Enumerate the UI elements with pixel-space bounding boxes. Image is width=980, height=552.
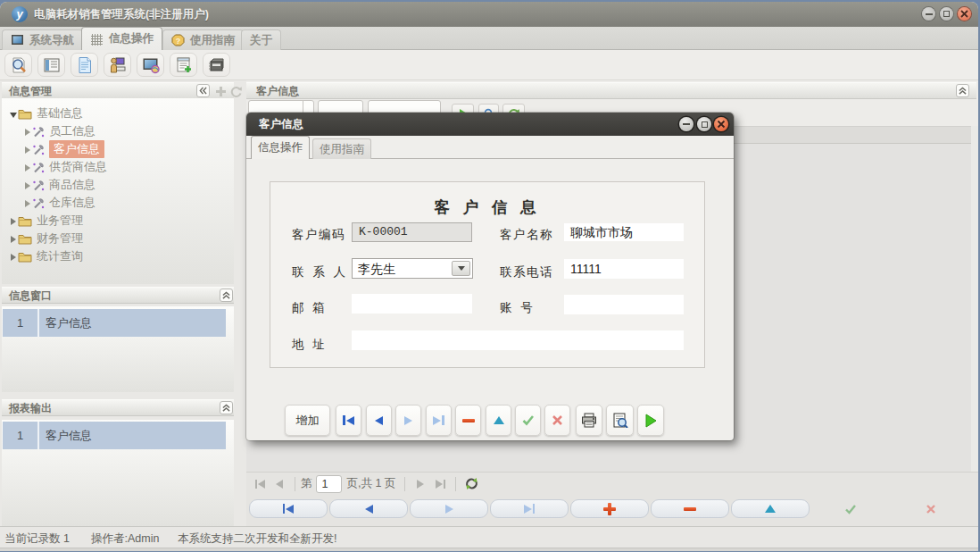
status-operator: 操作者:Admin <box>91 531 159 547</box>
status-message: 本系统支持二次开发和全新开发! <box>178 531 336 547</box>
record-first-button[interactable] <box>249 499 328 518</box>
contact-phone-field[interactable]: 11111 <box>564 259 684 279</box>
check-icon <box>844 504 857 514</box>
add-button[interactable]: 增加 <box>285 405 330 436</box>
tree-item-warehouse-info[interactable]: 仓库信息 <box>2 194 234 212</box>
tab-user-guide[interactable]: ? 使用指南 <box>162 29 244 50</box>
dialog-run-button[interactable] <box>637 405 664 436</box>
dialog-up-button[interactable] <box>486 405 511 436</box>
record-previous-button[interactable] <box>329 499 408 518</box>
record-confirm-button[interactable] <box>811 499 890 518</box>
tab-system-navigation[interactable]: 系统导航 <box>2 29 83 50</box>
toolbar-form-button[interactable] <box>37 53 65 77</box>
folder-icon <box>18 251 32 263</box>
dialog-minimize-button[interactable] <box>679 117 693 131</box>
record-add-button[interactable] <box>570 499 649 518</box>
contact-person-combobox[interactable]: 李先生 <box>352 258 473 279</box>
form-title: 客 户 信 息 <box>270 197 704 218</box>
customer-code-field[interactable]: K-00001 <box>352 222 472 242</box>
dialog-confirm-button[interactable] <box>515 405 541 436</box>
dialog-tab-information-operation[interactable]: 信息操作 <box>251 136 310 159</box>
tree-item-supplier-info[interactable]: 供货商信息 <box>2 158 234 176</box>
dialog-next-button[interactable] <box>395 405 421 436</box>
record-last-button[interactable] <box>490 499 569 518</box>
page-last-button[interactable] <box>432 476 448 492</box>
customer-name-field[interactable]: 聊城市市场 <box>564 223 684 241</box>
toolbar-archive-button[interactable] <box>203 53 230 77</box>
report-output-row[interactable]: 1 客户信息 <box>3 422 226 449</box>
toolbar-monitor-button[interactable] <box>137 53 164 77</box>
tree-item-employee-info[interactable]: 员工信息 <box>2 122 234 140</box>
toolbar-search-button[interactable] <box>4 53 32 77</box>
field-label-address: 地 址 <box>292 337 326 353</box>
tree-item-customer-info[interactable]: 客户信息 <box>2 140 234 158</box>
customer-info-dialog: 客户信息 信息操作 使用指南 客 户 信 息 客户编码 K-00001 客户名称… <box>246 113 734 440</box>
tree-item-basic-info[interactable]: 基础信息 <box>2 105 234 122</box>
report-output-list: 1 客户信息 <box>2 420 234 526</box>
caret-right-icon <box>25 200 30 207</box>
app-logo-icon: y <box>12 6 28 22</box>
collapse-left-button[interactable] <box>196 84 210 97</box>
dialog-print-preview-button[interactable] <box>606 405 634 436</box>
toolbar-user-button[interactable] <box>104 53 131 77</box>
window-maximize-button[interactable] <box>940 7 953 21</box>
tree-item-product-info[interactable]: 商品信息 <box>2 176 234 194</box>
folder-icon <box>18 108 32 120</box>
dialog-titlebar: 客户信息 <box>246 113 734 136</box>
record-cancel-button[interactable] <box>892 499 970 518</box>
dialog-last-button[interactable] <box>426 405 452 436</box>
collapse-up-button[interactable] <box>220 289 233 302</box>
dialog-first-button[interactable] <box>336 405 361 436</box>
record-nav-bar <box>246 495 978 526</box>
collapse-up-button[interactable] <box>220 401 233 414</box>
page-first-button[interactable] <box>252 476 268 492</box>
field-label-customer-name: 客户名称 <box>500 227 553 243</box>
grid-margin <box>971 126 978 472</box>
dialog-remove-button[interactable] <box>455 405 481 436</box>
dialog-cancel-button[interactable] <box>544 405 570 436</box>
tree-item-statistics-query[interactable]: 统计查询 <box>2 247 234 265</box>
folder-icon <box>18 233 32 245</box>
record-next-button[interactable] <box>410 499 488 518</box>
info-window-row[interactable]: 1 客户信息 <box>3 309 226 337</box>
dialog-maximize-button[interactable] <box>697 117 711 131</box>
page-number-input[interactable]: 1 <box>316 475 342 493</box>
dialog-tab-user-guide[interactable]: 使用指南 <box>312 138 371 159</box>
main-tabbar: 系统导航 信息操作 ? 使用指南 关于 <box>0 27 978 50</box>
document-icon <box>76 56 94 74</box>
monitor-globe-icon <box>142 56 160 74</box>
add-panel-icon[interactable] <box>215 86 227 97</box>
page-next-button[interactable] <box>412 476 428 492</box>
x-icon <box>926 504 936 514</box>
dialog-tabbar: 信息操作 使用指南 <box>246 136 734 159</box>
address-field[interactable] <box>352 330 684 350</box>
status-record-count: 当前记录数 1 <box>4 531 70 547</box>
minus-icon <box>462 419 475 422</box>
email-field[interactable] <box>352 294 472 314</box>
field-label-account: 账 号 <box>500 300 534 316</box>
toolbar-document-button[interactable] <box>71 53 98 77</box>
record-edit-button[interactable] <box>731 499 810 518</box>
window-minimize-button[interactable] <box>922 7 935 21</box>
tab-information-operation[interactable]: 信息操作 <box>81 27 162 50</box>
tree-item-business-management[interactable]: 业务管理 <box>2 212 234 230</box>
tree-item-finance-management[interactable]: 财务管理 <box>2 230 234 247</box>
tab-about[interactable]: 关于 <box>241 29 281 50</box>
dialog-print-button[interactable] <box>576 405 602 436</box>
caret-right-icon <box>25 164 30 171</box>
combo-dropdown-button[interactable] <box>452 261 470 276</box>
dialog-previous-button[interactable] <box>366 405 392 436</box>
toolbar-add-button[interactable] <box>170 53 197 77</box>
dialog-close-button[interactable] <box>714 117 728 131</box>
collapse-up-button[interactable] <box>956 84 969 97</box>
plus-icon <box>603 503 616 515</box>
page-refresh-button[interactable] <box>463 476 479 492</box>
account-field[interactable] <box>564 295 684 314</box>
record-delete-button[interactable] <box>651 499 729 518</box>
field-label-customer-code: 客户编码 <box>292 227 345 243</box>
refresh-panel-icon[interactable] <box>230 86 242 97</box>
page-previous-button[interactable] <box>271 476 287 492</box>
user-presentation-icon <box>109 56 127 74</box>
printer-icon <box>581 413 597 428</box>
window-close-button[interactable] <box>958 7 971 21</box>
